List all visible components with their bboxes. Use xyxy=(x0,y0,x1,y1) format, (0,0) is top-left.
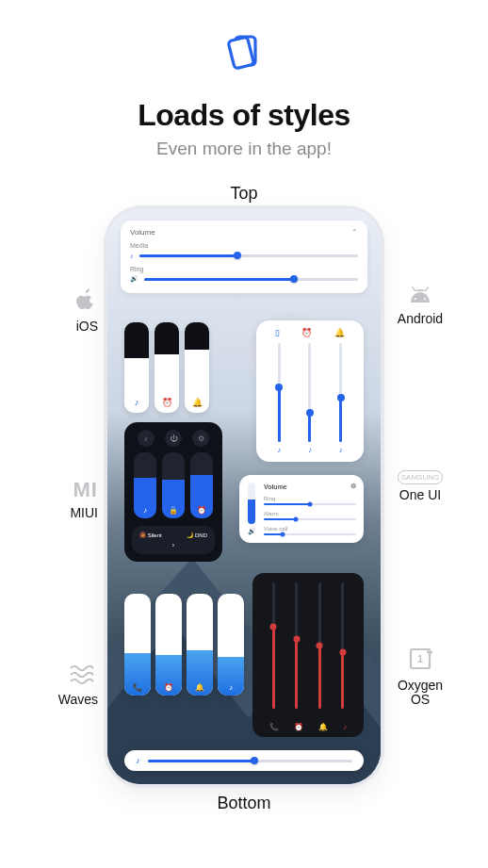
android-icon xyxy=(406,286,434,308)
waves-icon xyxy=(70,664,98,689)
android-slider[interactable]: ♪ xyxy=(339,343,343,454)
style-android[interactable]: ▯ ⏰ 🔔 ♪ ♪ ♪ xyxy=(256,320,364,462)
side-label: Oxygen OS xyxy=(398,679,443,708)
row-label: Ring xyxy=(130,266,358,272)
side-col-left: iOS MI MIUI Waves xyxy=(38,214,98,779)
settings-icon[interactable]: ⚙ xyxy=(350,483,356,490)
svg-point-3 xyxy=(424,298,426,300)
side-item-ios: iOS xyxy=(38,286,98,334)
volume-icon: 🔊 xyxy=(130,275,138,283)
android-slider[interactable]: ♪ xyxy=(277,343,281,454)
silent-toggle-label[interactable]: 🔕 Silent xyxy=(139,532,162,538)
style-oxygen[interactable]: 📞 ⏰ 🔔 ♪ xyxy=(252,573,364,737)
oxygen-slider[interactable] xyxy=(295,582,298,709)
side-label: Waves xyxy=(58,693,98,707)
ring-slider[interactable]: 🔊 xyxy=(130,274,358,284)
miui-slider[interactable]: ♪ xyxy=(134,452,156,518)
android-slider[interactable]: ♪ xyxy=(308,343,312,454)
top-panel-row-media: Media ♪ xyxy=(130,242,358,260)
label-top: Top xyxy=(230,184,257,204)
expand-icon[interactable]: › xyxy=(139,542,207,549)
ios-bar[interactable]: 🔔 xyxy=(185,322,209,413)
collapse-icon[interactable]: ⌃ xyxy=(351,228,358,237)
music-icon: ♪ xyxy=(135,398,139,407)
side-item-miui: MI MIUI xyxy=(38,478,98,520)
wave-slider[interactable]: 🔔 xyxy=(187,594,213,696)
volume-icon: 🔊 xyxy=(248,528,256,535)
power-icon[interactable]: ⏻ xyxy=(165,430,182,447)
phone-frame: Volume ⌃ Media ♪ Ring 🔊 xyxy=(107,209,381,784)
side-item-oneui: SAMSUNG One UI xyxy=(390,470,450,502)
style-top-panel[interactable]: Volume ⌃ Media ♪ Ring 🔊 xyxy=(121,221,367,293)
bell-icon: 🔔 xyxy=(334,328,345,337)
music-icon: ♪ xyxy=(277,446,281,454)
svg-text:1: 1 xyxy=(417,653,423,664)
style-bottom-panel[interactable]: ♪ xyxy=(124,750,364,771)
mi-icon: MI xyxy=(73,478,98,502)
style-waves[interactable]: 📞 ⏰ 🔔 ♪ xyxy=(124,594,244,696)
page-subtitle: Even more in the app! xyxy=(156,139,332,159)
top-panel-title: Volume xyxy=(130,228,155,237)
side-label: iOS xyxy=(76,319,98,334)
apple-icon xyxy=(75,286,98,316)
music-icon: ♪ xyxy=(136,756,140,765)
ios-bar[interactable]: ♪ xyxy=(124,322,149,413)
music-icon: ♪ xyxy=(308,446,312,454)
page-title: Loads of styles xyxy=(138,98,350,133)
side-item-waves: Waves xyxy=(38,664,98,707)
samsung-icon: SAMSUNG xyxy=(398,470,443,484)
oneui-row-voice[interactable]: Voice call xyxy=(264,526,356,535)
phone-row: iOS MI MIUI Waves xyxy=(38,209,450,784)
wave-slider[interactable]: ♪ xyxy=(218,594,244,696)
wave-slider[interactable]: ⏰ xyxy=(155,594,182,696)
media-slider[interactable]: ♪ xyxy=(130,251,358,260)
music-icon: ♪ xyxy=(343,723,347,731)
alarm-icon: ⏰ xyxy=(294,723,303,731)
alarm-icon: ⏰ xyxy=(162,398,172,407)
style-oneui[interactable]: 🔊 Volume⚙ Ring Alarm Voice call xyxy=(239,475,364,543)
side-col-right: Android SAMSUNG One UI 1 Oxygen OS xyxy=(390,214,450,779)
wave-slider[interactable]: 📞 xyxy=(124,594,151,696)
oneplus-icon: 1 xyxy=(408,647,432,675)
phone-icon: 📞 xyxy=(133,683,142,692)
row-label: Voice call xyxy=(264,526,356,532)
music-icon: ♪ xyxy=(143,506,147,515)
row-label: Media xyxy=(130,242,358,249)
oxygen-slider[interactable] xyxy=(272,582,275,709)
svg-point-2 xyxy=(415,298,416,300)
alarm-icon: ⏰ xyxy=(197,506,206,515)
oneui-main-slider[interactable] xyxy=(248,483,255,524)
music-icon[interactable]: ♪ xyxy=(138,430,155,447)
bell-icon: 🔔 xyxy=(195,683,204,692)
row-label: Alarm xyxy=(264,511,356,516)
oneui-row-alarm[interactable]: Alarm xyxy=(264,511,356,520)
dnd-toggle-label[interactable]: 🌙 DND xyxy=(187,532,207,538)
row-label: Ring xyxy=(264,496,356,501)
music-icon: ♪ xyxy=(130,253,134,259)
bell-icon: 🔔 xyxy=(318,723,328,731)
settings-icon[interactable]: ⚙ xyxy=(192,430,209,447)
oxygen-slider[interactable] xyxy=(341,582,344,709)
style-miui[interactable]: ♪ ⏻ ⚙ ♪ 🔒 ⏰ 🔕 Silent 🌙 DND xyxy=(124,422,222,562)
music-icon: ♪ xyxy=(229,683,233,692)
side-label: One UI xyxy=(399,488,441,502)
bell-icon: 🔔 xyxy=(192,398,203,407)
lock-icon: 🔒 xyxy=(169,506,178,515)
label-bottom: Bottom xyxy=(217,794,270,813)
oneui-title: Volume xyxy=(264,483,287,490)
device-icon: ▯ xyxy=(275,328,280,337)
side-label: MIUI xyxy=(70,506,98,520)
alarm-icon: ⏰ xyxy=(301,328,312,337)
style-ios[interactable]: ♪ ⏰ 🔔 xyxy=(124,322,209,413)
miui-slider[interactable]: 🔒 xyxy=(162,452,185,518)
ios-bar[interactable]: ⏰ xyxy=(155,322,179,413)
oxygen-slider[interactable] xyxy=(318,582,321,709)
phone-icon: 📞 xyxy=(269,723,279,731)
side-label: Android xyxy=(398,312,443,326)
oneui-row-ring[interactable]: Ring xyxy=(264,496,356,505)
side-item-android: Android xyxy=(390,286,450,326)
hero-icon xyxy=(220,26,268,79)
music-icon: ♪ xyxy=(339,446,343,454)
miui-slider[interactable]: ⏰ xyxy=(190,452,213,518)
top-panel-row-ring: Ring 🔊 xyxy=(130,266,358,284)
